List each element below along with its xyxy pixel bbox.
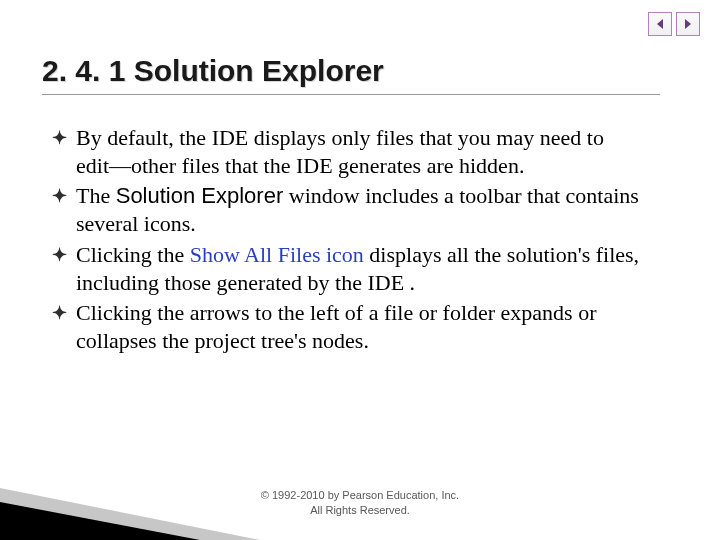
link-text: Show All Files icon [190,242,370,267]
slide: 2. 4. 1 Solution Explorer ✦By default, t… [0,0,720,540]
footer: © 1992-2010 by Pearson Education, Inc. A… [0,488,720,518]
title-container: 2. 4. 1 Solution Explorer [42,54,660,95]
slide-body: ✦By default, the IDE displays only files… [52,124,640,357]
bullet-text: The Solution Explorer window includes a … [76,183,639,236]
bullet-text: Clicking the Show All Files icon display… [76,242,639,295]
text-run: Clicking the arrows to the left of a fil… [76,300,597,353]
copyright-line-1: © 1992-2010 by Pearson Education, Inc. [261,489,459,501]
bullet-text: Clicking the arrows to the left of a fil… [76,300,597,353]
nav-controls [648,12,700,36]
text-run: Clicking the [76,242,190,267]
bullet-text: By default, the IDE displays only files … [76,125,604,178]
bullet-icon: ✦ [52,185,67,208]
svg-marker-0 [657,19,663,29]
bullet-icon: ✦ [52,244,67,267]
bullet-icon: ✦ [52,127,67,150]
text-run: By default, the IDE displays only files … [76,125,604,178]
svg-marker-1 [685,19,691,29]
slide-title: 2. 4. 1 Solution Explorer [42,54,660,95]
nav-next-button[interactable] [676,12,700,36]
bullet-item: ✦By default, the IDE displays only files… [52,124,640,180]
bullet-item: ✦Clicking the arrows to the left of a fi… [52,299,640,355]
bullet-item: ✦Clicking the Show All Files icon displa… [52,241,640,297]
bullet-item: ✦The Solution Explorer window includes a… [52,182,640,238]
arrow-right-icon [681,17,695,31]
bullet-icon: ✦ [52,302,67,325]
ui-term: Solution Explorer [116,183,284,208]
nav-prev-button[interactable] [648,12,672,36]
text-run: The [76,183,116,208]
arrow-left-icon [653,17,667,31]
copyright-line-2: All Rights Reserved. [310,504,410,516]
